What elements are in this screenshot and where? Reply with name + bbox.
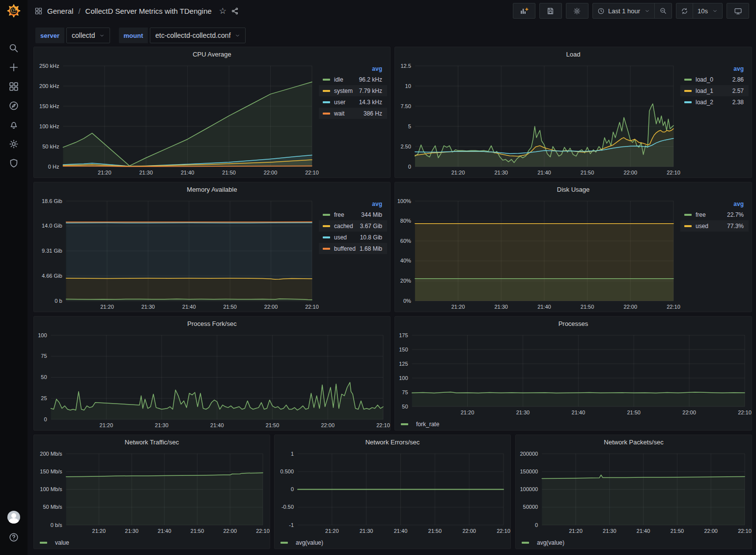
legend-series-label[interactable]: avg(value) — [296, 539, 323, 546]
time-range-picker[interactable]: Last 1 hour — [593, 3, 654, 18]
dashboards-icon[interactable] — [5, 81, 23, 92]
admin-shield-icon[interactable] — [5, 157, 23, 169]
legend-series-label[interactable]: load_1 — [696, 88, 713, 94]
legend-series-label[interactable]: used — [696, 223, 708, 230]
add-panel-button[interactable] — [513, 3, 535, 19]
panel-title[interactable]: Processes — [395, 317, 752, 330]
star-icon[interactable]: ☆ — [219, 6, 226, 16]
legend-header-avg[interactable]: avg — [319, 65, 387, 74]
legend-series-label[interactable]: avg(value) — [537, 539, 564, 546]
legend-series-label[interactable]: system — [334, 88, 353, 94]
series-color-dash — [684, 90, 692, 92]
legend-series-label[interactable]: wait — [334, 110, 344, 117]
chart-svg[interactable]: 0 Hz50 kHz100 kHz150 kHz200 kHz250 kHz21… — [34, 61, 319, 177]
alerting-bell-icon[interactable] — [5, 119, 23, 131]
svg-text:22:00: 22:00 — [264, 304, 278, 310]
share-icon[interactable] — [231, 7, 239, 15]
svg-text:21:30: 21:30 — [140, 170, 153, 175]
panel-title[interactable]: Disk Usage — [395, 182, 752, 196]
chart-svg[interactable]: 025507510021:2021:3021:4021:5022:0022:10 — [34, 330, 390, 430]
panel-title[interactable]: Network Errors/sec — [275, 435, 510, 449]
chart-svg[interactable]: 0 b4.66 Gib9.31 Gib14.0 Gib18.6 Gib21:20… — [34, 196, 319, 312]
panel-disk-usage: Disk Usage 0%20%40%60%80%100%21:2021:302… — [394, 182, 752, 312]
legend-series-label[interactable]: load_0 — [696, 76, 713, 83]
explore-compass-icon[interactable] — [5, 100, 23, 112]
chart-svg[interactable]: 0 b/s50 Mb/s100 Mb/s150 Mb/s200 Mb/s21:2… — [34, 449, 270, 536]
svg-text:22:10: 22:10 — [305, 170, 319, 175]
tv-kiosk-icon — [734, 7, 742, 15]
svg-text:22:10: 22:10 — [667, 304, 680, 310]
sidebar-menu — [5, 42, 23, 169]
chart-svg[interactable]: 02.5057.501012.521:2021:3021:4021:5022:0… — [395, 61, 680, 177]
chart-svg[interactable]: 05000010000015000020000021:2021:3021:402… — [516, 449, 752, 536]
svg-text:21:40: 21:40 — [210, 422, 224, 428]
series-color-dash — [401, 423, 408, 425]
refresh-interval-picker[interactable]: 10s — [693, 3, 722, 18]
avatar[interactable] — [7, 511, 20, 524]
chevron-down-icon — [99, 33, 105, 38]
svg-text:21:20: 21:20 — [569, 528, 583, 534]
breadcrumb-folder[interactable]: General — [47, 7, 73, 15]
panel-title[interactable]: Network Packets/sec — [516, 435, 752, 449]
svg-text:21:30: 21:30 — [360, 528, 373, 534]
grafana-logo[interactable] — [0, 0, 28, 22]
svg-text:21:50: 21:50 — [428, 528, 442, 534]
svg-text:7.50: 7.50 — [400, 103, 411, 109]
legend-header-avg[interactable]: avg — [680, 65, 749, 74]
svg-text:0%: 0% — [403, 298, 411, 304]
legend-series-label[interactable]: buffered — [334, 245, 356, 252]
legend-series-label[interactable]: load_2 — [696, 99, 713, 106]
variable-mount: mount etc-collectd-collectd.conf — [119, 28, 246, 43]
legend-series-label[interactable]: value — [55, 539, 69, 546]
zoom-out-button[interactable] — [654, 3, 672, 18]
settings-gear-icon[interactable] — [5, 138, 23, 150]
kiosk-mode-button[interactable] — [727, 3, 749, 19]
legend-series-value: 2.57 — [732, 88, 744, 94]
panel-processes: Processes 507510012515017521:2021:3021:4… — [394, 316, 752, 431]
legend-series-label[interactable]: fork_rate — [416, 421, 439, 428]
variable-value-dropdown[interactable]: collectd — [66, 28, 110, 43]
search-icon[interactable] — [5, 42, 23, 54]
legend-header-avg[interactable]: avg — [319, 200, 387, 209]
variable-value-dropdown[interactable]: etc-collectd-collectd.conf — [150, 28, 245, 43]
svg-text:0: 0 — [535, 522, 538, 528]
refresh-button[interactable] — [676, 3, 693, 18]
legend-series-label[interactable]: idle — [334, 76, 343, 83]
dashboard-settings-button[interactable] — [566, 3, 588, 19]
legend-header-avg[interactable]: avg — [680, 200, 749, 209]
chart-area: 0 b4.66 Gib9.31 Gib14.0 Gib18.6 Gib21:20… — [34, 196, 390, 312]
legend-row: user14.3 kHz — [319, 96, 387, 108]
dashboard-variables: server collectd mount etc-collectd-colle… — [35, 28, 246, 43]
help-icon[interactable] — [5, 531, 23, 543]
chart-svg[interactable]: 0%20%40%60%80%100%21:2021:3021:4021:5022… — [395, 196, 680, 312]
panel-title[interactable]: Load — [395, 47, 752, 61]
panel-title[interactable]: Memory Available — [34, 182, 390, 196]
legend-series-value: 10.8 Gib — [360, 234, 382, 241]
legend-series-label[interactable]: user — [334, 99, 345, 106]
panel-title[interactable]: Network Traffic/sec — [34, 435, 270, 449]
plus-icon[interactable] — [5, 61, 23, 73]
svg-text:21:50: 21:50 — [671, 528, 684, 534]
chart-svg[interactable]: -1-0.5000.500121:2021:3021:4021:5022:002… — [275, 449, 510, 536]
svg-text:21:20: 21:20 — [451, 304, 465, 310]
series-color-dash — [684, 79, 692, 81]
legend-series-label[interactable]: free — [696, 211, 706, 218]
series-color-dash — [684, 225, 692, 227]
svg-text:21:40: 21:40 — [537, 304, 551, 310]
legend-row: buffered1.68 Mib — [319, 243, 387, 254]
svg-text:21:20: 21:20 — [100, 422, 113, 428]
panel-title[interactable]: Process Fork/sec — [34, 317, 390, 330]
panel-network-traffic: Network Traffic/sec 0 b/s50 Mb/s100 Mb/s… — [33, 435, 270, 549]
svg-text:21:40: 21:40 — [394, 528, 408, 534]
chart-svg[interactable]: 507510012515017521:2021:3021:4021:5022:0… — [395, 330, 752, 417]
legend-series-label[interactable]: free — [334, 211, 344, 218]
svg-text:150 Mb/s: 150 Mb/s — [40, 468, 62, 474]
legend-series-label[interactable]: used — [334, 234, 347, 241]
legend-row: system7.79 kHz — [319, 85, 387, 96]
panel-title[interactable]: CPU Average — [34, 47, 390, 61]
page-title[interactable]: CollectD Server Metrics with TDengine — [85, 7, 212, 15]
save-dashboard-button[interactable] — [539, 3, 562, 19]
svg-text:22:00: 22:00 — [264, 170, 278, 175]
legend-series-label[interactable]: cached — [334, 223, 353, 230]
svg-text:22:00: 22:00 — [224, 528, 237, 534]
